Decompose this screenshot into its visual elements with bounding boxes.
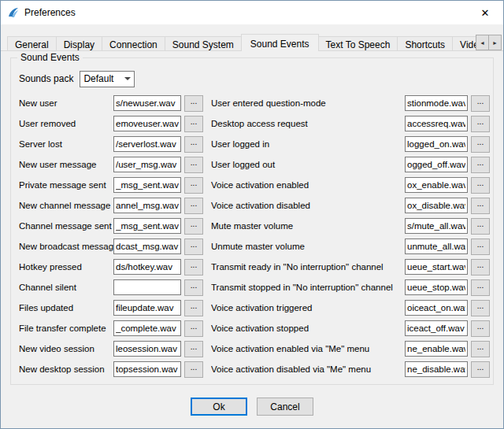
tab-shortcuts[interactable]: Shortcuts	[397, 36, 453, 51]
tab-connection[interactable]: Connection	[102, 36, 165, 51]
browse-button[interactable]: ...	[471, 136, 490, 153]
browse-button[interactable]: ...	[184, 320, 203, 337]
browse-button[interactable]: ...	[471, 116, 490, 132]
browse-button[interactable]: ...	[184, 300, 203, 316]
browse-button[interactable]: ...	[184, 279, 203, 296]
event-sound-input[interactable]	[113, 341, 181, 357]
event-sound-input[interactable]	[113, 300, 181, 316]
browse-button[interactable]: ...	[471, 95, 490, 112]
event-sound-input[interactable]	[405, 279, 468, 295]
event-label: Files updated	[19, 303, 113, 313]
event-sound-input[interactable]	[113, 95, 181, 111]
event-sound-input[interactable]	[405, 341, 468, 357]
event-sound-input[interactable]	[405, 218, 468, 234]
event-sound-input[interactable]	[405, 300, 468, 316]
event-row: Files updated ...	[19, 298, 203, 318]
event-row: New channel message ...	[19, 195, 203, 216]
event-sound-input[interactable]	[113, 361, 181, 377]
event-label: Voice activation triggered	[211, 303, 405, 313]
sounds-pack-select[interactable]: Default	[80, 71, 135, 87]
event-row: Hotkey pressed ...	[19, 257, 203, 277]
sounds-pack-value: Default	[83, 73, 113, 84]
sound-events-group: Sound Events Sounds pack Default New use…	[10, 57, 494, 385]
event-row: Desktop access request ...	[211, 113, 490, 134]
event-sound-input[interactable]	[405, 177, 468, 193]
tab-scroll-left-button[interactable]: ◄	[476, 35, 489, 50]
browse-button[interactable]: ...	[184, 361, 203, 378]
event-row: User logged in ...	[211, 134, 490, 154]
event-row: Transmit ready in "No interruption" chan…	[211, 257, 490, 277]
event-sound-input[interactable]	[405, 320, 468, 336]
tab-general[interactable]: General	[7, 36, 57, 51]
close-button[interactable]: ✕	[467, 1, 503, 24]
event-sound-input[interactable]	[405, 239, 468, 254]
event-label: Unmute master volume	[211, 242, 405, 251]
event-label: File transfer complete	[19, 324, 113, 333]
event-label: Mute master volume	[211, 221, 405, 231]
event-sound-input[interactable]	[405, 116, 468, 131]
event-sound-input[interactable]	[113, 177, 181, 193]
browse-button[interactable]: ...	[184, 259, 203, 276]
browse-button[interactable]: ...	[184, 95, 203, 112]
event-sound-input[interactable]	[113, 279, 181, 295]
browse-button[interactable]: ...	[471, 361, 490, 378]
event-label: Voice activation stopped	[211, 324, 405, 333]
event-row: Transmit stopped in "No interruption" ch…	[211, 277, 490, 298]
event-sound-input[interactable]	[405, 198, 468, 213]
sound-events-panel: Sound Events Sounds pack Default New use…	[1, 51, 503, 428]
event-row: Private message sent ...	[19, 175, 203, 195]
event-sound-input[interactable]	[405, 136, 468, 152]
event-row: User entered question-mode ...	[211, 93, 490, 113]
event-label: Channel message sent	[19, 221, 113, 231]
event-sound-input[interactable]	[113, 157, 181, 172]
event-sound-input[interactable]	[113, 136, 181, 152]
event-row: User removed ...	[19, 113, 203, 134]
event-sound-input[interactable]	[113, 239, 181, 254]
browse-button[interactable]: ...	[471, 177, 490, 194]
event-label: User logged out	[211, 160, 405, 169]
browse-button[interactable]: ...	[471, 259, 490, 276]
browse-button[interactable]: ...	[184, 198, 203, 214]
event-row: User logged out ...	[211, 154, 490, 175]
event-label: Voice activation enabled via "Me" menu	[211, 344, 405, 353]
dialog-buttons: Ok Cancel	[10, 398, 494, 416]
event-sound-input[interactable]	[113, 320, 181, 336]
event-label: New desktop session	[19, 364, 113, 374]
event-label: User removed	[19, 119, 113, 128]
event-sound-input[interactable]	[113, 218, 181, 234]
tab-scroll-right-button[interactable]: ►	[488, 35, 502, 50]
browse-button[interactable]: ...	[471, 218, 490, 235]
browse-button[interactable]: ...	[184, 116, 203, 132]
browse-button[interactable]: ...	[184, 136, 203, 153]
browse-button[interactable]: ...	[471, 157, 490, 173]
ok-button[interactable]: Ok	[191, 398, 247, 416]
browse-button[interactable]: ...	[184, 157, 203, 173]
browse-button[interactable]: ...	[184, 239, 203, 255]
event-sound-input[interactable]	[113, 116, 181, 131]
browse-button[interactable]: ...	[184, 341, 203, 357]
browse-button[interactable]: ...	[471, 341, 490, 357]
browse-button[interactable]: ...	[184, 218, 203, 235]
browse-button[interactable]: ...	[471, 279, 490, 296]
browse-button[interactable]: ...	[471, 198, 490, 214]
event-sound-input[interactable]	[113, 198, 181, 213]
event-sound-input[interactable]	[113, 259, 181, 275]
tab-sound-system[interactable]: Sound System	[165, 36, 242, 51]
browse-button[interactable]: ...	[471, 239, 490, 255]
event-label: New user	[19, 98, 113, 108]
event-sound-input[interactable]	[405, 259, 468, 275]
browse-button[interactable]: ...	[471, 320, 490, 337]
browse-button[interactable]: ...	[184, 177, 203, 194]
cancel-button[interactable]: Cancel	[257, 398, 313, 416]
tab-sound-events[interactable]: Sound Events	[241, 34, 319, 51]
app-icon	[7, 6, 20, 19]
event-sound-input[interactable]	[405, 95, 468, 111]
event-row: New user ...	[19, 93, 203, 113]
browse-button[interactable]: ...	[471, 300, 490, 316]
event-label: New channel message	[19, 201, 113, 210]
event-row: Channel silent ...	[19, 277, 203, 298]
event-sound-input[interactable]	[405, 361, 468, 377]
tab-text-to-speech[interactable]: Text To Speech	[318, 36, 398, 51]
tab-display[interactable]: Display	[56, 36, 102, 51]
event-sound-input[interactable]	[405, 157, 468, 172]
